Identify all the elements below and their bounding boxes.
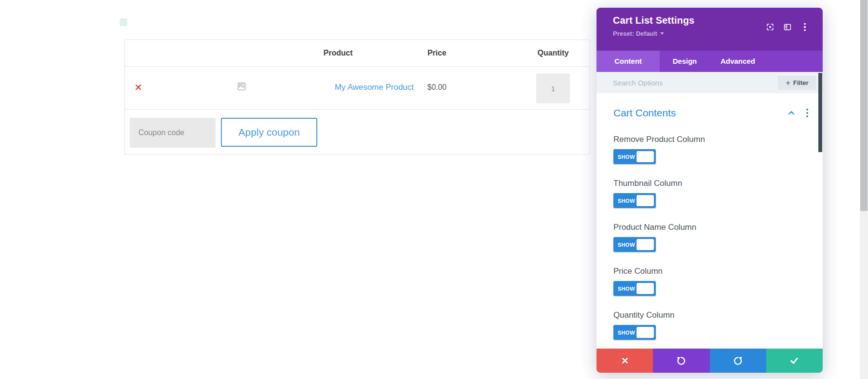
- toggle-list: Remove Product Column SHOW Thumbnail Col…: [613, 134, 806, 340]
- show-toggle[interactable]: SHOW: [613, 281, 656, 296]
- column-header-price: Price: [427, 40, 446, 66]
- modal-body: Cart Contents Remove Product Column SHOW: [597, 93, 823, 349]
- toggle-row: Price Column SHOW: [613, 266, 806, 296]
- split-view-icon[interactable]: [783, 23, 792, 31]
- toggle-state-label: SHOW: [618, 330, 635, 336]
- search-options-bar: + Filter: [597, 72, 823, 93]
- filter-button[interactable]: + Filter: [778, 76, 816, 90]
- show-toggle[interactable]: SHOW: [613, 237, 656, 252]
- modal-action-bar: [597, 349, 823, 373]
- table-row-divider: [125, 109, 590, 110]
- modal-scrollbar-thumb[interactable]: [818, 73, 822, 152]
- product-thumbnail-icon[interactable]: [237, 82, 246, 93]
- toggle-row: Quantity Column SHOW: [613, 310, 806, 340]
- section-title: Cart Contents: [613, 107, 676, 119]
- faded-add-section-icon: [120, 18, 127, 26]
- toggle-row: Thumbnail Column SHOW: [613, 178, 806, 208]
- toggle-knob[interactable]: [637, 283, 654, 294]
- toggle-state-label: SHOW: [618, 154, 635, 160]
- page-scrollbar-thumb[interactable]: [860, 0, 868, 211]
- product-name-link[interactable]: My Awesome Product: [335, 74, 414, 101]
- cart-table: Product Price Quantity ✕ My Awesome Prod…: [124, 40, 590, 154]
- redo-button[interactable]: [710, 349, 766, 373]
- table-header-divider: [125, 66, 590, 67]
- toggle-state-label: SHOW: [618, 242, 635, 248]
- save-button[interactable]: [766, 349, 823, 373]
- search-options-input[interactable]: [613, 79, 748, 87]
- column-header-quantity: Quantity: [538, 40, 569, 66]
- toggle-label: Thumbnail Column: [613, 178, 806, 189]
- toggle-label: Product Name Column: [613, 222, 806, 233]
- toggle-label: Price Column: [613, 266, 806, 277]
- show-toggle[interactable]: SHOW: [613, 149, 656, 164]
- toggle-label: Remove Product Column: [613, 134, 806, 145]
- plus-icon: +: [786, 79, 790, 87]
- coupon-code-input[interactable]: [130, 118, 216, 148]
- toggle-row: Remove Product Column SHOW: [613, 134, 806, 164]
- page-scrollbar[interactable]: [860, 0, 868, 379]
- toggle-knob[interactable]: [637, 195, 654, 206]
- kebab-menu-icon[interactable]: [803, 109, 812, 117]
- close-button[interactable]: [597, 349, 653, 373]
- expand-icon[interactable]: [766, 23, 774, 31]
- toggle-row: Product Name Column SHOW: [613, 222, 806, 252]
- product-price: $0.00: [427, 74, 447, 101]
- remove-item-icon[interactable]: ✕: [135, 74, 143, 101]
- tab-content[interactable]: Content: [597, 51, 660, 72]
- undo-button[interactable]: [653, 349, 709, 373]
- preset-label: Preset: Default: [613, 30, 657, 37]
- toggle-knob[interactable]: [637, 327, 654, 338]
- cart-list-settings-modal: Cart List Settings Preset: Default: [597, 8, 823, 373]
- toggle-state-label: SHOW: [618, 198, 635, 204]
- modal-tab-bar: Content Design Advanced: [597, 51, 823, 72]
- toggle-knob[interactable]: [637, 151, 654, 162]
- preset-dropdown[interactable]: Preset: Default: [613, 30, 664, 37]
- modal-header: Cart List Settings Preset: Default: [597, 8, 823, 51]
- tab-design[interactable]: Design: [660, 51, 710, 72]
- caret-down-icon: [660, 32, 664, 35]
- tab-advanced[interactable]: Advanced: [710, 51, 766, 72]
- show-toggle[interactable]: SHOW: [613, 325, 656, 340]
- cart-contents-section-header[interactable]: Cart Contents: [613, 106, 806, 120]
- quantity-input[interactable]: [536, 73, 570, 103]
- toggle-state-label: SHOW: [618, 286, 635, 292]
- chevron-up-icon[interactable]: [787, 109, 796, 117]
- kebab-menu-icon[interactable]: [800, 23, 809, 31]
- show-toggle[interactable]: SHOW: [613, 193, 656, 208]
- toggle-knob[interactable]: [637, 239, 654, 250]
- filter-button-label: Filter: [793, 79, 809, 86]
- toggle-label: Quantity Column: [613, 310, 806, 321]
- column-header-product: Product: [324, 40, 353, 66]
- apply-coupon-button[interactable]: Apply coupon: [221, 118, 317, 147]
